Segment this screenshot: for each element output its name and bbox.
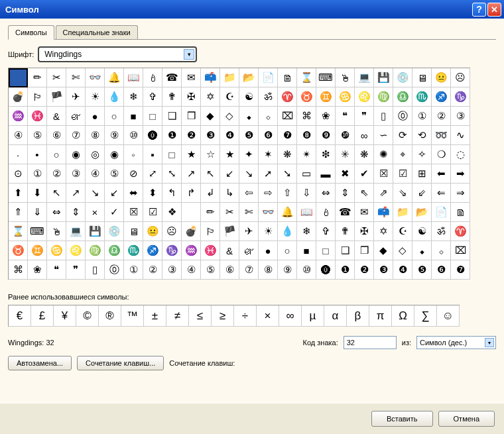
char-cell[interactable]: ⇘ [393, 184, 412, 203]
char-cell[interactable]: ♏ [124, 241, 143, 260]
char-cell[interactable]: ❑ [162, 107, 182, 126]
char-cell[interactable]: ☯ [239, 87, 259, 107]
char-cell[interactable]: ● [259, 241, 278, 260]
char-cell[interactable]: ♒ [9, 107, 28, 126]
char-cell[interactable]: ◇ [393, 241, 412, 260]
char-cell[interactable]: ① [124, 260, 143, 280]
char-cell[interactable]: ❻ [259, 126, 278, 145]
char-cell[interactable]: ↱ [182, 184, 201, 203]
char-cell[interactable]: 🏴 [47, 87, 66, 107]
char-cell[interactable]: 🖱 [47, 222, 66, 241]
char-cell[interactable]: 🗎 [278, 68, 297, 87]
char-cell[interactable]: ⬦ [259, 107, 278, 126]
recent-cell[interactable]: € [9, 305, 31, 327]
char-cell[interactable]: ⤡ [162, 164, 182, 184]
char-cell[interactable]: ⇔ [47, 203, 66, 222]
char-cell[interactable]: ⌖ [393, 145, 412, 164]
tab-0[interactable]: Символы [8, 25, 54, 40]
char-cell[interactable]: ❷ [355, 260, 374, 280]
char-cell[interactable]: ❻ [432, 260, 451, 280]
char-cell[interactable]: ❒ [355, 241, 374, 260]
char-cell[interactable]: ✈ [66, 87, 86, 107]
char-cell[interactable]: ☎ [336, 203, 355, 222]
char-cell[interactable]: 🔔 [105, 68, 124, 87]
char-cell[interactable]: 💣 [182, 222, 201, 241]
char-cell[interactable]: ■ [124, 107, 143, 126]
char-cell[interactable]: ✧ [412, 145, 432, 164]
char-cell[interactable]: ★ [220, 145, 239, 164]
char-cell[interactable]: ☯ [412, 222, 432, 241]
char-cell[interactable]: ⓿ [143, 126, 162, 145]
code-input[interactable] [344, 336, 397, 349]
char-cell[interactable]: ○ [278, 241, 297, 260]
char-cell[interactable]: ⇦ [239, 184, 259, 203]
char-cell[interactable]: ◇ [220, 107, 239, 126]
char-cell[interactable]: ❺ [412, 260, 432, 280]
char-cell[interactable]: ✦ [239, 145, 259, 164]
char-cell[interactable]: ✖ [336, 164, 355, 184]
char-cell[interactable]: ⤢ [143, 164, 162, 184]
char-cell[interactable]: ⑨ [105, 126, 124, 145]
char-cell[interactable]: ⇑ [9, 203, 28, 222]
char-cell[interactable]: ☀ [259, 222, 278, 241]
char-cell[interactable]: ③ [451, 107, 470, 126]
char-cell[interactable]: ▯ [86, 260, 105, 280]
char-cell[interactable]: ⊘ [124, 164, 143, 184]
recent-cell[interactable]: ± [144, 305, 166, 327]
char-cell[interactable]: 📂 [239, 68, 259, 87]
recent-cell[interactable]: Ω [392, 305, 414, 327]
char-cell[interactable]: ↗ [66, 184, 86, 203]
char-cell[interactable]: ॐ [432, 222, 451, 241]
char-cell[interactable]: ⌧ [278, 107, 297, 126]
char-cell[interactable]: ④ [182, 260, 201, 280]
recent-cell[interactable]: ≠ [166, 305, 189, 327]
char-cell[interactable]: 📂 [412, 203, 432, 222]
char-cell[interactable]: ♋ [47, 241, 66, 260]
char-cell[interactable]: ❝ [47, 260, 66, 280]
char-cell[interactable]: ⬥ [239, 107, 259, 126]
char-cell[interactable]: ✞ [143, 87, 162, 107]
char-cell[interactable]: ♉ [9, 241, 28, 260]
char-cell[interactable]: ↘ [239, 164, 259, 184]
recent-cell[interactable]: ® [99, 305, 121, 327]
char-cell[interactable]: 💿 [393, 68, 412, 87]
char-cell[interactable]: ⇖ [355, 184, 374, 203]
char-cell[interactable]: ❶ [336, 260, 355, 280]
char-cell[interactable]: ➚ [259, 164, 278, 184]
char-cell[interactable]: ⑤ [201, 260, 220, 280]
char-cell[interactable]: 💣 [9, 87, 28, 107]
char-cell[interactable]: ♈ [451, 222, 470, 241]
char-cell[interactable]: × [86, 203, 105, 222]
char-cell[interactable]: ▭ [297, 164, 316, 184]
char-cell[interactable]: ⑧ [259, 260, 278, 280]
char-cell[interactable]: ✡ [374, 222, 393, 241]
char-cell[interactable]: ✳ [336, 145, 355, 164]
char-cell[interactable]: ➘ [278, 164, 297, 184]
char-cell[interactable]: ⌧ [451, 241, 470, 260]
char-cell[interactable]: ❾ [316, 126, 336, 145]
char-cell[interactable]: ■ [297, 241, 316, 260]
char-cell[interactable]: ⓪ [105, 260, 124, 280]
char-cell[interactable]: ⌛ [9, 222, 28, 241]
char-cell[interactable]: 💧 [105, 87, 124, 107]
char-cell[interactable]: 👓 [86, 68, 105, 87]
char-cell[interactable]: ☪ [220, 87, 239, 107]
char-cell[interactable]: 📄 [432, 203, 451, 222]
char-cell[interactable]: ☹ [451, 68, 470, 87]
char-cell[interactable]: ❍ [432, 145, 451, 164]
char-cell[interactable]: ⑩ [297, 260, 316, 280]
char-cell[interactable]: ✟ [336, 222, 355, 241]
char-cell[interactable]: 💿 [105, 222, 124, 241]
char-cell[interactable]: ① [28, 164, 47, 184]
char-cell[interactable]: ♓ [201, 241, 220, 260]
char-cell[interactable]: ☒ [124, 203, 143, 222]
char-cell[interactable]: ⑤ [105, 164, 124, 184]
char-cell[interactable]: ⓿ [316, 260, 336, 280]
char-cell[interactable]: ⬅ [432, 164, 451, 184]
from-combo[interactable]: Символ (дес.) ▾ [416, 336, 496, 349]
recent-cell[interactable]: ™ [121, 305, 144, 327]
char-cell[interactable]: 📖 [124, 68, 143, 87]
char-cell[interactable]: ✄ [239, 203, 259, 222]
char-cell[interactable]: ∞ [355, 126, 374, 145]
char-cell[interactable]: 💾 [86, 222, 105, 241]
